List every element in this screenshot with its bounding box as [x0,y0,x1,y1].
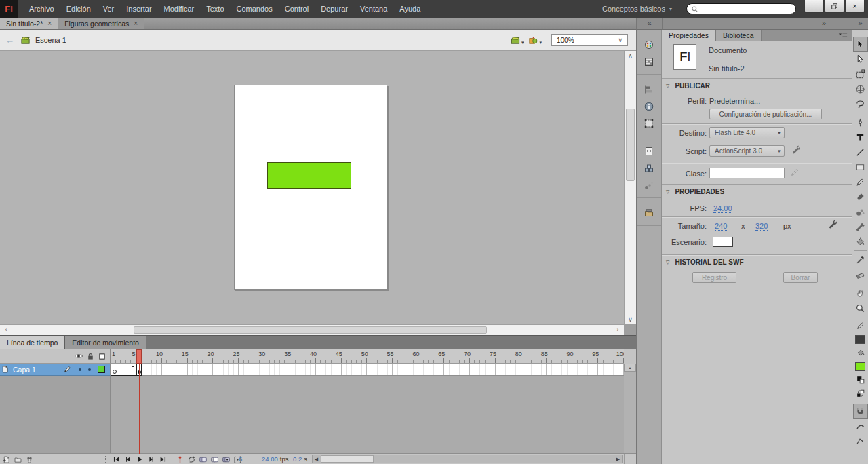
tools-dock-header[interactable]: » [852,18,868,30]
scroll-left-arrow[interactable]: ◀ [313,455,320,463]
deco-tool[interactable] [853,204,868,219]
playhead-marker[interactable] [136,349,142,364]
movie-explorer-panel-button[interactable] [639,205,658,221]
color-panel-button[interactable] [639,37,658,53]
free-transform-tool[interactable] [853,66,868,81]
tab-biblioteca[interactable]: Biblioteca [716,30,762,41]
timeline-horizontal-scrollbar[interactable]: ◀ ▶ [312,455,623,463]
layer-outline-color-swatch[interactable] [98,366,105,373]
elapsed-time-indicator[interactable]: 0.2s [293,455,307,463]
smooth-tool[interactable] [853,419,868,433]
onion-skin-outlines-button[interactable] [210,455,219,464]
timeline-vertical-scrollbar[interactable]: ▴ [624,364,636,454]
layer-visibility-dot[interactable] [79,368,81,371]
panel-gripper[interactable] [644,77,654,79]
registro-button[interactable]: Registro [692,272,736,283]
search-box[interactable] [686,3,796,14]
lock-layers-icon[interactable] [85,351,95,361]
align-panel-button[interactable] [639,81,658,98]
step-forward-button[interactable] [146,455,156,464]
tab-propiedades[interactable]: Propiedades [662,30,716,41]
hand-tool[interactable] [853,286,868,301]
go-to-last-frame-button[interactable] [158,455,167,464]
drawn-rectangle-shape[interactable] [267,162,351,189]
menu-item-control[interactable]: Control [279,0,315,18]
scroll-up-arrow[interactable]: ▴ [624,364,636,372]
panel-menu-icon[interactable] [837,30,852,41]
lasso-tool[interactable] [853,96,868,111]
timeline-ruler[interactable]: 1510152025303540455055606570758085909510… [111,349,624,364]
components-panel-button[interactable] [639,160,658,176]
menu-item-depurar[interactable]: Depurar [315,0,354,18]
script-settings-wrench-icon[interactable] [791,145,802,155]
bone-tool[interactable] [853,219,868,234]
menu-item-texto[interactable]: Texto [200,0,230,18]
menu-item-insertar[interactable]: Insertar [120,0,157,18]
info-panel-button[interactable] [639,98,658,115]
paint-bucket-tool[interactable] [853,234,868,249]
size-settings-wrench-icon[interactable] [828,220,838,230]
swap-colors-tool[interactable] [853,387,868,400]
dock-collapse-header[interactable]: « [636,18,662,30]
close-button[interactable]: × [845,0,865,13]
stroke-pencil-tool[interactable] [853,319,868,332]
current-frame-indicator[interactable]: 6 [239,455,242,463]
stage[interactable] [234,85,387,290]
search-input[interactable] [701,5,791,13]
scroll-left-arrow[interactable]: ‹ [1,325,11,334]
fill-bucket-tool[interactable] [853,346,868,360]
stroke-color-swatch[interactable] [855,335,865,344]
layer-frames-track[interactable] [111,364,624,376]
snap-magnet-tool[interactable] [853,404,868,419]
menu-item-ayuda[interactable]: Ayuda [393,0,427,18]
close-icon[interactable]: × [47,20,52,27]
section-historial[interactable]: ▽HISTORIAL DEL SWF [666,258,744,266]
go-to-first-frame-button[interactable] [112,455,121,464]
pencil-tool[interactable] [853,174,868,189]
layer-name[interactable]: Capa 1 [13,366,36,374]
scene-breadcrumb[interactable]: Escena 1 [35,36,66,44]
frame-span[interactable] [111,364,136,376]
new-folder-button[interactable] [13,455,22,464]
fill-color-swatch[interactable] [855,362,865,371]
menu-item-modificar[interactable]: Modificar [158,0,201,18]
rotation-3d-tool[interactable] [853,81,868,96]
canvas-vertical-scrollbar[interactable]: ∧ ∨ [624,51,636,324]
menu-item-ventana[interactable]: Ventana [354,0,393,18]
zoom-tool[interactable] [853,301,868,315]
rectangle-tool[interactable] [853,159,868,174]
stage-color-swatch[interactable] [713,237,733,247]
section-publicar[interactable]: ▽PUBLICAR [666,82,710,90]
stage-height-value[interactable]: 320 [755,222,768,231]
code-snippets-panel-button[interactable] [639,143,658,159]
menu-item-comandos[interactable]: Comandos [231,0,279,18]
center-frame-button[interactable] [175,455,184,464]
swatches-panel-button[interactable] [639,54,658,70]
menu-item-edicion[interactable]: Edición [60,0,97,18]
loop-playback-button[interactable] [186,455,196,464]
new-layer-button[interactable] [1,455,11,464]
frame-rate-indicator[interactable]: 24.00fps [262,455,288,463]
scroll-up-arrow[interactable]: ∧ [625,51,636,60]
scroll-down-arrow[interactable]: ∨ [625,315,636,324]
zoom-level-select[interactable]: 100% ∨ [551,34,628,46]
outline-layers-icon[interactable] [97,351,106,361]
clase-input[interactable] [709,168,785,178]
edit-scene-button[interactable]: ▾ [510,35,526,45]
brush-tool[interactable] [853,189,868,204]
fps-value[interactable]: 24.00 [713,204,732,213]
destino-select[interactable]: Flash Lite 4.0▾ [709,127,785,138]
eyedropper-tool[interactable] [853,252,868,267]
borrar-button[interactable]: Borrar [783,272,818,283]
play-button[interactable] [135,455,144,464]
document-name[interactable]: Sin título-2 [709,64,745,73]
eraser-tool[interactable] [853,267,868,282]
transform-panel-button[interactable] [639,115,658,132]
show-hide-layers-icon[interactable] [74,351,83,361]
script-select[interactable]: ActionScript 3.0▾ [709,145,785,157]
pen-tool[interactable] [853,115,868,130]
motion-presets-panel-button[interactable] [639,177,658,193]
horizontal-scroll-thumb[interactable] [134,326,487,334]
perfil-value[interactable]: Predetermina... [709,97,760,105]
workspace-switcher[interactable]: Conceptos básicos ▾ [602,5,672,13]
